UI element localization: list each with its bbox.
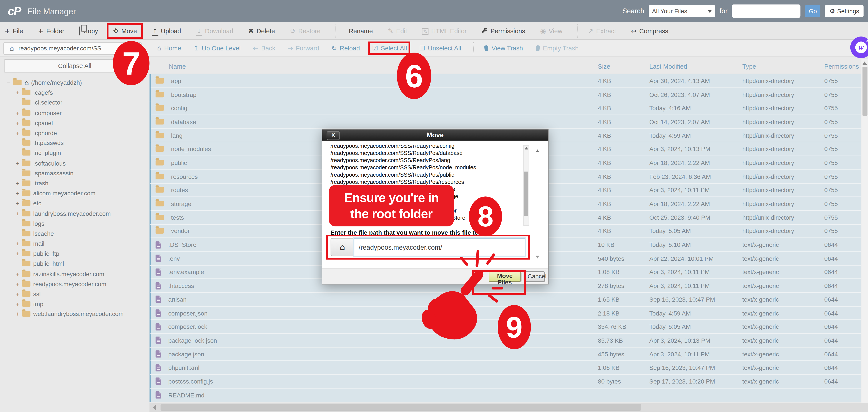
expand-icon[interactable]: + xyxy=(14,311,21,317)
expand-icon[interactable]: + xyxy=(14,180,21,187)
expand-icon[interactable]: + xyxy=(14,190,21,197)
sidebar-item-.cl.selector[interactable]: .cl.selector xyxy=(0,98,149,107)
sidebar-item-etc[interactable]: +etc xyxy=(0,198,149,209)
column-header-type[interactable]: Type xyxy=(742,63,824,70)
sidebar-item-.cagefs[interactable]: +.cagefs xyxy=(0,88,149,98)
expand-icon[interactable]: + xyxy=(14,290,21,297)
toolbar-file-button[interactable]: +File xyxy=(4,27,23,34)
expand-icon[interactable]: + xyxy=(14,200,21,207)
expand-icon[interactable]: + xyxy=(14,89,21,96)
search-bar: Search All Your Files for Go ⚙ Settings xyxy=(622,0,863,22)
dialog-scroll-up-icon[interactable] xyxy=(536,150,539,152)
file-icon xyxy=(156,310,161,317)
expand-icon[interactable]: + xyxy=(14,160,21,166)
table-row-app[interactable]: app4 KBApr 30, 2024, 4:13 AMhttpd/unix-d… xyxy=(150,74,861,88)
cell-permissions: 0644 xyxy=(824,269,861,276)
sidebar-item-web.laundryboss.meyacoder.com[interactable]: +web.laundryboss.meyacoder.com xyxy=(0,309,149,319)
vertical-scroll-thumb[interactable] xyxy=(862,67,867,116)
sidebar-item-mail[interactable]: +mail xyxy=(0,239,149,249)
expand-icon[interactable]: + xyxy=(14,129,21,136)
table-row-artisan[interactable]: artisan1.65 KBSep 16, 2023, 10:47 PMtext… xyxy=(150,293,861,307)
nav-up-one-level-button[interactable]: ↥Up One Level xyxy=(193,45,241,52)
search-input[interactable] xyxy=(732,4,801,18)
expand-icon[interactable]: + xyxy=(14,250,21,257)
expand-icon[interactable]: + xyxy=(14,271,21,277)
horizontal-scrollbar[interactable] xyxy=(150,403,868,412)
nav-select-all-button[interactable]: ☑Select All xyxy=(372,45,407,52)
expand-icon[interactable]: + xyxy=(14,240,21,247)
cell-permissions: 0755 xyxy=(824,77,861,84)
table-row-config[interactable]: config4 KBToday, 4:16 AMhttpd/unix-direc… xyxy=(150,101,861,115)
sidebar-item-.trash[interactable]: +.trash xyxy=(0,178,149,188)
table-row-postcss.config.js[interactable]: postcss.config.js80 bytesSep 17, 2023, 1… xyxy=(150,375,861,388)
sidebar-item-public-html[interactable]: public_html xyxy=(0,259,149,268)
vertical-scrollbar[interactable] xyxy=(861,59,868,403)
cancel-button[interactable]: Cancel xyxy=(524,271,545,281)
move-files-underline xyxy=(492,287,503,289)
column-header-last-modified[interactable]: Last Modified xyxy=(649,63,742,70)
expand-icon[interactable]: + xyxy=(14,109,21,116)
toolbar-upload-button[interactable]: ↑Upload xyxy=(152,27,181,34)
column-header-size[interactable]: Size xyxy=(598,63,649,70)
search-scope-select[interactable]: All Your Files xyxy=(649,5,715,17)
paths-list-scrollbar[interactable] xyxy=(523,145,529,226)
sidebar-item-.htpasswds[interactable]: .htpasswds xyxy=(0,138,149,148)
nav-reload-button[interactable]: ↻Reload xyxy=(332,45,360,52)
dialog-scroll-down-icon[interactable] xyxy=(536,256,539,259)
expand-icon[interactable]: + xyxy=(14,281,21,287)
toolbar-delete-button[interactable]: ✖Delete xyxy=(248,27,275,34)
horizontal-scroll-thumb[interactable] xyxy=(161,404,641,411)
table-row-package.json[interactable]: package.json455 bytesApr 3, 2024, 10:11 … xyxy=(150,347,861,361)
toolbar-move-button[interactable]: ✥Move xyxy=(113,27,137,34)
move-path-input-group: ⌂ xyxy=(331,238,526,256)
sidebar-item-lscache[interactable]: lscache xyxy=(0,229,149,239)
sidebar-item-public-ftp[interactable]: +public_ftp xyxy=(0,249,149,259)
sidebar-item-.spamassassin[interactable]: .spamassassin xyxy=(0,168,149,178)
paths-scroll-thumb[interactable] xyxy=(524,172,528,216)
search-go-button[interactable]: Go xyxy=(805,5,820,17)
cell-type: text/x-generic xyxy=(742,323,824,330)
sidebar-item-.composer[interactable]: +.composer xyxy=(0,108,149,118)
table-row-bootstrap[interactable]: bootstrap4 KBOct 26, 2023, 4:07 AMhttpd/… xyxy=(150,88,861,101)
sidebar-item-alicom.meyacoder.com[interactable]: +alicom.meyacoder.com xyxy=(0,188,149,198)
sidebar-item-.cpanel[interactable]: +.cpanel xyxy=(0,118,149,128)
nav-home-button[interactable]: ⌂Home xyxy=(157,45,181,52)
toolbar-copy-button[interactable]: Copy xyxy=(79,27,98,34)
sidebar-item-readypoos.meyacoder.com[interactable]: +readypoos.meyacoder.com xyxy=(0,279,149,289)
expand-icon[interactable]: + xyxy=(14,210,21,217)
toolbar-folder-button[interactable]: +Folder xyxy=(38,27,64,34)
nav-unselect-all-button[interactable]: ☐Unselect All xyxy=(419,45,461,52)
move-path-input[interactable] xyxy=(354,238,526,256)
scroll-up-icon[interactable] xyxy=(524,147,528,150)
sidebar-item-.cphorde[interactable]: +.cphorde xyxy=(0,128,149,138)
collapse-icon[interactable]: − xyxy=(5,79,12,86)
expand-icon[interactable]: + xyxy=(14,301,21,308)
sidebar-item-razinskills.meyacoder.com[interactable]: +razinskills.meyacoder.com xyxy=(0,269,149,279)
sidebar-item-.softaculous[interactable]: +.softaculous xyxy=(0,158,149,168)
cell-permissions: 0644 xyxy=(824,310,861,316)
scroll-left-icon[interactable] xyxy=(153,405,156,410)
table-row-README.md[interactable]: README.md xyxy=(150,388,861,402)
move-files-button[interactable]: Move Files xyxy=(489,271,521,281)
scroll-up-icon[interactable] xyxy=(863,62,867,65)
toolbar-compress-button[interactable]: ↔Compress xyxy=(631,27,668,34)
sidebar-item-ssl[interactable]: +ssl xyxy=(0,289,149,299)
sidebar-item-tmp[interactable]: +tmp xyxy=(0,299,149,309)
move-path-line: /readypoos.meyacoder.com/SSS/ReadyPos/da… xyxy=(331,150,513,157)
settings-button[interactable]: ⚙ Settings xyxy=(825,5,863,17)
nav-view-trash-button[interactable]: View Trash xyxy=(484,44,523,52)
cell-permissions: 0644 xyxy=(824,323,861,330)
cell-size: 278 bytes xyxy=(598,282,649,289)
sidebar-item-.nc-plugin[interactable]: .nc_plugin xyxy=(0,148,149,158)
file-name: artisan xyxy=(168,296,186,303)
table-row-database[interactable]: database4 KBOct 14, 2023, 2:07 AMhttpd/u… xyxy=(150,115,861,129)
sidebar-item-logs[interactable]: logs xyxy=(0,218,149,228)
column-header-permissions[interactable]: Permissions xyxy=(824,63,861,70)
toolbar-permissions-button[interactable]: Permissions xyxy=(482,27,525,34)
sidebar-item-laundryboss.meyacoder.com[interactable]: +laundryboss.meyacoder.com xyxy=(0,209,149,218)
close-icon[interactable]: X xyxy=(327,131,340,140)
toolbar-rename-button[interactable]: Rename xyxy=(346,27,373,34)
expand-icon[interactable]: + xyxy=(14,120,21,126)
column-header-name[interactable]: Name xyxy=(150,63,598,70)
table-row-phpunit.xml[interactable]: phpunit.xml1.06 KBSep 16, 2023, 10:47 PM… xyxy=(150,361,861,375)
